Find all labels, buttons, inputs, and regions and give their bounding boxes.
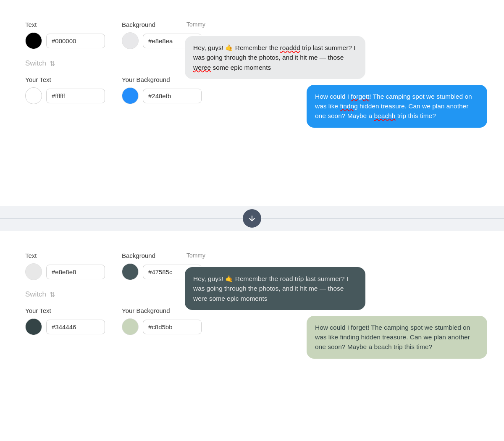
squiggle-roaddd: roaddd xyxy=(280,44,300,51)
top-your-text-input-row xyxy=(25,87,105,104)
divider-container xyxy=(0,206,504,231)
bottom-switch-label: Switch xyxy=(25,290,46,299)
bottom-text-input-row xyxy=(25,263,105,280)
top-switch-label: Switch xyxy=(25,59,46,68)
top-text-group: Text xyxy=(25,21,105,49)
bottom-text-label: Text xyxy=(25,252,105,259)
top-text-label: Text xyxy=(25,21,105,28)
bottom-chat-panel: Tommy Hey, guys! 🤙 Remember the road tri… xyxy=(185,248,487,420)
bottom-chat-messages: Hey, guys! 🤙 Remember the road trip last… xyxy=(185,267,487,359)
top-your-text-label: Your Text xyxy=(25,76,105,83)
top-color-panel: Text Background Switch ⇅ xyxy=(25,17,160,189)
top-text-input-row xyxy=(25,32,105,49)
bottom-received-bubble: Hey, guys! 🤙 Remember the road trip last… xyxy=(185,267,365,310)
squiggle-beachh: beachh xyxy=(374,112,395,119)
bottom-switch-row[interactable]: Switch ⇅ xyxy=(25,290,160,299)
squiggle-forgett: forgett xyxy=(351,93,369,100)
top-switch-row[interactable]: Switch ⇅ xyxy=(25,59,160,68)
top-chat-panel: Tommy Hey, guys! 🤙 Remember the roaddd t… xyxy=(185,17,487,189)
bottom-your-text-swatch[interactable] xyxy=(25,318,42,335)
bottom-your-bg-swatch[interactable] xyxy=(122,318,139,335)
arrow-down-icon xyxy=(248,214,256,223)
top-your-text-swatch[interactable] xyxy=(25,87,42,104)
top-received-bubble: Hey, guys! 🤙 Remember the roaddd trip la… xyxy=(185,36,365,79)
bottom-bg-swatch[interactable] xyxy=(122,263,139,280)
top-text-swatch[interactable] xyxy=(25,32,42,49)
squiggle-findng: findng xyxy=(340,102,357,110)
top-color-row-1: Text Background xyxy=(25,21,160,49)
divider-button[interactable] xyxy=(243,209,261,228)
top-sent-bubble: How could I forgett! The camping spot we… xyxy=(307,85,487,128)
bottom-text-group: Text xyxy=(25,252,105,280)
bottom-switch-icon: ⇅ xyxy=(50,291,55,299)
bottom-color-row-2: Your Text Your Background xyxy=(25,307,160,335)
top-your-bg-swatch[interactable] xyxy=(122,87,139,104)
bottom-text-input[interactable] xyxy=(46,265,105,279)
bottom-text-swatch[interactable] xyxy=(25,263,42,280)
top-switch-icon: ⇅ xyxy=(50,60,55,68)
bottom-your-text-label: Your Text xyxy=(25,307,105,314)
squiggle-weree: weree xyxy=(193,64,211,71)
top-your-text-group: Your Text xyxy=(25,76,105,104)
top-section: Text Background Switch ⇅ xyxy=(0,0,504,206)
top-chat-messages: Hey, guys! 🤙 Remember the roaddd trip la… xyxy=(185,36,487,128)
bottom-color-row-1: Text Background xyxy=(25,252,160,280)
bottom-sent-bubble: How could I forget! The camping spot we … xyxy=(307,316,487,359)
bottom-chat-sender-name: Tommy xyxy=(185,252,487,259)
top-your-text-input[interactable] xyxy=(46,89,105,103)
top-bg-swatch[interactable] xyxy=(122,32,139,49)
bottom-your-text-group: Your Text xyxy=(25,307,105,335)
main-container: Text Background Switch ⇅ xyxy=(0,0,504,437)
bottom-your-text-input-row xyxy=(25,318,105,335)
top-chat-sender-name: Tommy xyxy=(185,21,487,28)
top-text-input[interactable] xyxy=(46,34,105,48)
bottom-color-panel: Text Background Switch ⇅ xyxy=(25,248,160,420)
bottom-section: Text Background Switch ⇅ xyxy=(0,231,504,437)
bottom-your-text-input[interactable] xyxy=(46,320,105,334)
top-color-row-2: Your Text Your Background xyxy=(25,76,160,104)
